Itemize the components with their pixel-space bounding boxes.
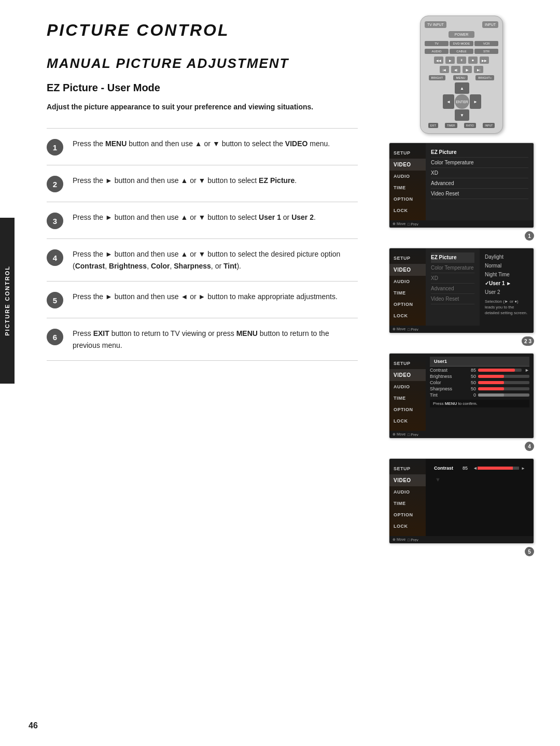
s4-setup: SETUP (389, 463, 426, 474)
step-1-number: 1 (47, 139, 63, 156)
sidebar-audio: AUDIO (389, 171, 426, 182)
nav-right-btn[interactable]: ► (470, 94, 481, 109)
s2-video-reset: Video Reset (431, 294, 474, 304)
step-3-text: Press the ► button and then use ▲ or ▼ b… (73, 212, 316, 223)
selection-note: Selection (► or ●) leads you to the deta… (485, 297, 528, 318)
s2-video: VIDEO (389, 264, 426, 276)
ratio-btn: RATIO (464, 123, 476, 128)
contrast-single-label: Contrast (434, 466, 463, 471)
stop-btn: ■ (468, 57, 478, 64)
screenshot-2-inner: SETUP VIDEO AUDIO TIME OPTION LOCK EZ Pi… (389, 248, 534, 326)
nav-up-btn[interactable]: ▲ (455, 82, 469, 94)
screenshot-4-wrapper: SETUP VIDEO AUDIO TIME OPTION LOCK Contr… (389, 458, 534, 556)
screenshot-1-main: EZ Picture Color Temperature XD Advanced… (426, 143, 534, 220)
s2-ez-picture: EZ Picture (431, 252, 474, 263)
badge-4: 4 (525, 442, 534, 451)
str-btn: STR (474, 49, 498, 54)
nav-enter-btn[interactable]: ENTER (455, 94, 469, 109)
screenshot-2-main: EZ Picture Color Temperature XD Advanced… (426, 248, 480, 326)
screenshot-2-content: Daylight Normal Night Time ✓User 1 ► Use… (480, 248, 534, 326)
s2-option: OPTION (389, 299, 426, 310)
step-6-number: 6 (47, 329, 63, 345)
brightness-row: Brightness 50 (430, 374, 529, 379)
confirm-note: Press MENU to confirm. (430, 400, 529, 407)
opt-user1: ✓User 1 ► (485, 279, 528, 288)
step-6: 6 Press EXIT button to return to TV view… (47, 318, 358, 361)
tint-row: Tint 0 (430, 392, 529, 398)
step-5-number: 5 (47, 292, 63, 308)
opt-normal: Normal (485, 261, 528, 270)
menu-btn[interactable]: MENU (453, 75, 468, 80)
step-1: 1 Press the MENU button and then use ▲ o… (47, 128, 358, 165)
step-1-text: Press the MENU button and then use ▲ or … (73, 138, 330, 149)
remote-body: TV INPUT INPUT POWER TV DVD MODE VCR AUD… (420, 16, 503, 134)
s3-nav-move: ⊕ Move (393, 432, 405, 437)
s4-nav-prev: □ Prev (408, 538, 418, 542)
timer-btn: TIMER (445, 123, 457, 128)
input-bot-btn: INPUT (483, 123, 495, 128)
nav-empty-tl (443, 82, 454, 94)
ffw-btn: ▶▶ (480, 57, 489, 64)
contrast-label: Contrast (430, 368, 464, 373)
side-tab: PICTURE CONTROL (0, 218, 15, 384)
color-track (478, 381, 529, 384)
power-row: POWER (425, 31, 498, 38)
contrast-arrow: ► (525, 368, 529, 373)
screenshot-2-sidebar: SETUP VIDEO AUDIO TIME OPTION LOCK (389, 248, 426, 326)
audio-btn: AUDIO (425, 49, 449, 54)
sidebar-time: TIME (389, 182, 426, 193)
exit-btn[interactable]: EXIT (428, 123, 438, 128)
nav-empty-br (470, 109, 481, 121)
screenshot-1-sidebar: SETUP VIDEO AUDIO TIME OPTION LOCK (389, 143, 426, 220)
step-3-number: 3 (47, 213, 63, 229)
s4-video: VIDEO (389, 474, 426, 486)
screenshot-4-inner: SETUP VIDEO AUDIO TIME OPTION LOCK Contr… (389, 459, 534, 536)
s2-lock: LOCK (389, 310, 426, 321)
badge-2-3: 2 3 (522, 336, 534, 346)
contrast-single-row: Contrast 85 ◄ ► (430, 463, 529, 473)
s3-audio: AUDIO (389, 381, 426, 392)
bright-btn: BRIGHT (429, 75, 446, 80)
contrast-fill (478, 369, 515, 372)
step-4: 4 Press the ► button and then use ▲ or ▼… (47, 239, 358, 281)
s2-xd: XD (431, 273, 474, 284)
nav-left-btn[interactable]: ◄ (443, 94, 454, 109)
s3-option: OPTION (389, 404, 426, 415)
opt-daylight: Daylight (485, 252, 528, 261)
screenshot-3-nav: ⊕ Move □ Prev (389, 431, 534, 438)
s3-setup: SETUP (389, 358, 426, 369)
s4-option: OPTION (389, 509, 426, 520)
contrast-single-val: 85 (463, 466, 473, 471)
rew-btn: ◀◀ (434, 57, 443, 64)
contrast-row: Contrast 85 ► (430, 368, 529, 373)
main-content: PICTURE CONTROL MANUAL PICTURE ADJUSTMEN… (26, 0, 379, 382)
sharpness-track (478, 387, 529, 390)
media-row: |◀ ◀| |▶ ▶| (425, 66, 498, 73)
s2-advanced: Advanced (431, 284, 474, 294)
contrast-track (478, 369, 522, 372)
section-title: MANUAL PICTURE ADJUSTMENT (47, 55, 358, 72)
side-tab-label: PICTURE CONTROL (4, 265, 10, 336)
color-fill (478, 381, 504, 384)
sidebar-lock: LOCK (389, 205, 426, 216)
option-word: option (320, 250, 340, 258)
input-btn: INPUT (482, 21, 498, 28)
screenshot-3-wrapper: SETUP VIDEO AUDIO TIME OPTION LOCK User1… (389, 353, 534, 451)
opt-nighttime: Night Time (485, 270, 528, 279)
badge-1: 1 (525, 231, 534, 241)
screenshot-3-sidebar: SETUP VIDEO AUDIO TIME OPTION LOCK (389, 354, 426, 431)
step-2-number: 2 (47, 176, 63, 192)
intro-text: Adjust the picture appearance to suit yo… (47, 101, 358, 112)
page-title: PICTURE CONTROL (47, 21, 358, 40)
s4-lock: LOCK (389, 520, 426, 532)
nav-down-btn[interactable]: ▼ (455, 109, 469, 121)
screenshot-1-nav: ⊕ Move □ Prev (389, 220, 534, 228)
steps-container: 1 Press the MENU button and then use ▲ o… (47, 128, 358, 361)
screenshot-1-wrapper: SETUP VIDEO AUDIO TIME OPTION LOCK EZ Pi… (389, 143, 534, 241)
s4-nav-move: ⊕ Move (393, 538, 405, 542)
remote-control: TV INPUT INPUT POWER TV DVD MODE VCR AUD… (410, 16, 513, 134)
nav-move-icon: ⊕ Move (393, 222, 405, 226)
s2-nav-move: ⊕ Move (393, 327, 405, 331)
sharpness-fill (478, 387, 504, 390)
brightness-fill (478, 375, 504, 378)
